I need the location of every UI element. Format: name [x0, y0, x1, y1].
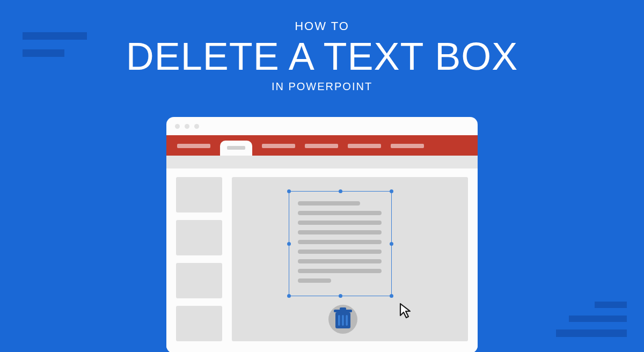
window-control-icon	[185, 124, 189, 129]
ribbon-tab	[305, 144, 338, 148]
slide-thumbnail	[176, 306, 222, 341]
trash-icon	[328, 305, 357, 334]
svg-rect-3	[338, 315, 340, 326]
tool-strip	[166, 156, 478, 168]
selection-handle-icon	[390, 189, 393, 193]
decoration-top-left	[23, 32, 87, 57]
title-line-1: HOW TO	[0, 19, 644, 33]
title-line-2: DELETE A TEXT BOX	[0, 34, 644, 78]
selected-text-box	[289, 191, 392, 296]
decoration-bottom-right	[556, 302, 627, 337]
window-control-icon	[194, 124, 199, 129]
ribbon-tab	[391, 144, 424, 148]
slide-thumbnail	[176, 177, 222, 212]
cursor-icon	[399, 303, 413, 321]
window-titlebar	[166, 117, 478, 135]
slide-thumbnail	[176, 220, 222, 255]
selection-handle-icon	[339, 189, 342, 193]
selection-handle-icon	[339, 294, 342, 298]
slide-thumbnails	[176, 177, 222, 341]
slide-canvas	[232, 177, 468, 341]
ribbon-tab	[262, 144, 295, 148]
selection-handle-icon	[287, 189, 291, 193]
svg-rect-5	[346, 315, 348, 326]
workspace	[166, 168, 478, 352]
selection-handle-icon	[287, 294, 291, 298]
title-line-3: IN POWERPOINT	[0, 80, 644, 93]
ribbon-tab-active	[220, 141, 252, 156]
selection-handle-icon	[287, 242, 291, 246]
selection-handle-icon	[390, 294, 393, 298]
app-window	[166, 117, 478, 352]
window-control-icon	[175, 124, 180, 129]
title-block: HOW TO DELETE A TEXT BOX IN POWERPOINT	[0, 0, 644, 93]
ribbon-tab	[177, 144, 210, 148]
svg-rect-4	[342, 315, 344, 326]
text-lines	[289, 192, 391, 292]
ribbon-bar	[166, 135, 478, 156]
ribbon-tab	[348, 144, 381, 148]
selection-handle-icon	[390, 242, 393, 246]
slide-thumbnail	[176, 263, 222, 298]
svg-rect-2	[340, 307, 346, 310]
